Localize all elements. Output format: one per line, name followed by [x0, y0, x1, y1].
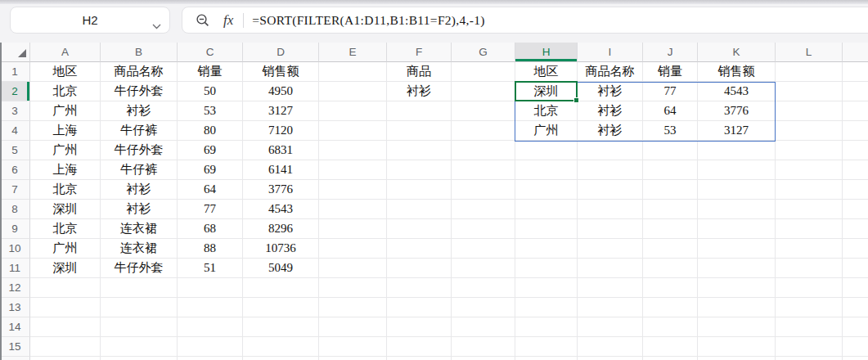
- cell-H13[interactable]: [515, 298, 578, 317]
- cell-B6[interactable]: 牛仔裤: [101, 160, 178, 180]
- cell-G9[interactable]: [452, 219, 515, 239]
- cell-extra7[interactable]: [843, 180, 868, 200]
- cell-C1[interactable]: 销量: [178, 62, 243, 82]
- cell-L11[interactable]: [776, 259, 843, 278]
- cell-J2[interactable]: 77: [643, 82, 698, 101]
- cell-A16[interactable]: [30, 357, 101, 360]
- row-header-15[interactable]: 15: [0, 337, 30, 357]
- fill-handle[interactable]: [573, 97, 579, 103]
- cell-F15[interactable]: [387, 337, 452, 357]
- row-header-1[interactable]: 1: [0, 62, 30, 82]
- cell-D6[interactable]: 6141: [243, 160, 319, 180]
- cell-H16[interactable]: [515, 357, 578, 360]
- cell-B14[interactable]: [101, 317, 178, 337]
- row-header-11[interactable]: 11: [0, 259, 30, 278]
- cell-K4[interactable]: 3127: [698, 121, 776, 141]
- cell-G2[interactable]: [452, 82, 515, 101]
- cell-F1[interactable]: 商品: [387, 62, 452, 82]
- cell-K7[interactable]: [698, 180, 776, 200]
- zoom-out-magnifier-icon[interactable]: [196, 13, 210, 28]
- cell-I2[interactable]: 衬衫: [578, 82, 643, 101]
- cell-A3[interactable]: 广州: [30, 101, 101, 121]
- cell-G8[interactable]: [452, 200, 515, 219]
- cell-B12[interactable]: [101, 278, 178, 298]
- cell-L4[interactable]: [776, 121, 843, 141]
- cell-D3[interactable]: 3127: [243, 101, 319, 121]
- cell-C10[interactable]: 88: [178, 239, 243, 259]
- cell-F10[interactable]: [387, 239, 452, 259]
- cell-J4[interactable]: 53: [643, 121, 698, 141]
- cell-F2[interactable]: 衬衫: [387, 82, 452, 101]
- cell-I10[interactable]: [578, 239, 643, 259]
- cell-K12[interactable]: [698, 278, 776, 298]
- cell-D4[interactable]: 7120: [243, 121, 319, 141]
- cell-E10[interactable]: [319, 239, 387, 259]
- cell-C16[interactable]: [178, 357, 243, 360]
- column-header-K[interactable]: K: [698, 43, 776, 62]
- column-header-L[interactable]: L: [776, 43, 843, 62]
- cell-I12[interactable]: [578, 278, 643, 298]
- cell-D1[interactable]: 销售额: [243, 62, 319, 82]
- cell-extra9[interactable]: [843, 219, 868, 239]
- cell-L9[interactable]: [776, 219, 843, 239]
- cell-K1[interactable]: 销售额: [698, 62, 776, 82]
- cell-F6[interactable]: [387, 160, 452, 180]
- cell-A10[interactable]: 广州: [30, 239, 101, 259]
- cell-H1[interactable]: 地区: [515, 62, 578, 82]
- cell-E9[interactable]: [319, 219, 387, 239]
- cell-extra10[interactable]: [843, 239, 868, 259]
- column-header-B[interactable]: B: [101, 43, 178, 62]
- cell-K6[interactable]: [698, 160, 776, 180]
- cell-C12[interactable]: [178, 278, 243, 298]
- cell-F7[interactable]: [387, 180, 452, 200]
- cell-K10[interactable]: [698, 239, 776, 259]
- cell-C6[interactable]: 69: [178, 160, 243, 180]
- cell-E8[interactable]: [319, 200, 387, 219]
- cell-extra3[interactable]: [843, 101, 868, 121]
- cell-A6[interactable]: 上海: [30, 160, 101, 180]
- row-header-14[interactable]: 14: [0, 317, 30, 337]
- cell-L2[interactable]: [776, 82, 843, 101]
- column-header-E[interactable]: E: [319, 43, 387, 62]
- cell-H10[interactable]: [515, 239, 578, 259]
- cell-B3[interactable]: 衬衫: [101, 101, 178, 121]
- cell-L10[interactable]: [776, 239, 843, 259]
- cell-K13[interactable]: [698, 298, 776, 317]
- cell-H9[interactable]: [515, 219, 578, 239]
- cell-E4[interactable]: [319, 121, 387, 141]
- cell-A2[interactable]: 北京: [30, 82, 101, 101]
- cell-E11[interactable]: [319, 259, 387, 278]
- row-header-7[interactable]: 7: [0, 180, 30, 200]
- cell-G10[interactable]: [452, 239, 515, 259]
- cell-J6[interactable]: [643, 160, 698, 180]
- cell-G12[interactable]: [452, 278, 515, 298]
- cell-G7[interactable]: [452, 180, 515, 200]
- cell-J16[interactable]: [643, 357, 698, 360]
- cell-I5[interactable]: [578, 141, 643, 160]
- cell-C2[interactable]: 50: [178, 82, 243, 101]
- cell-G11[interactable]: [452, 259, 515, 278]
- row-header-12[interactable]: 12: [0, 278, 30, 298]
- cell-L8[interactable]: [776, 200, 843, 219]
- cell-I9[interactable]: [578, 219, 643, 239]
- cell-F3[interactable]: [387, 101, 452, 121]
- cell-K16[interactable]: [698, 357, 776, 360]
- cell-A14[interactable]: [30, 317, 101, 337]
- cell-extra14[interactable]: [843, 317, 868, 337]
- cell-J7[interactable]: [643, 180, 698, 200]
- cell-I7[interactable]: [578, 180, 643, 200]
- cell-B2[interactable]: 牛仔外套: [101, 82, 178, 101]
- cell-D9[interactable]: 8296: [243, 219, 319, 239]
- cell-L7[interactable]: [776, 180, 843, 200]
- cell-K2[interactable]: 4543: [698, 82, 776, 101]
- formula-input[interactable]: =SORT(FILTER(A1:D11,B1:B11=F2),4,-1): [252, 13, 484, 28]
- cell-D10[interactable]: 10736: [243, 239, 319, 259]
- cell-E14[interactable]: [319, 317, 387, 337]
- cell-E2[interactable]: [319, 82, 387, 101]
- cell-L3[interactable]: [776, 101, 843, 121]
- cell-I11[interactable]: [578, 259, 643, 278]
- column-header-A[interactable]: A: [30, 43, 101, 62]
- row-header-5[interactable]: 5: [0, 141, 30, 160]
- chevron-down-icon[interactable]: [152, 18, 161, 33]
- cell-C11[interactable]: 51: [178, 259, 243, 278]
